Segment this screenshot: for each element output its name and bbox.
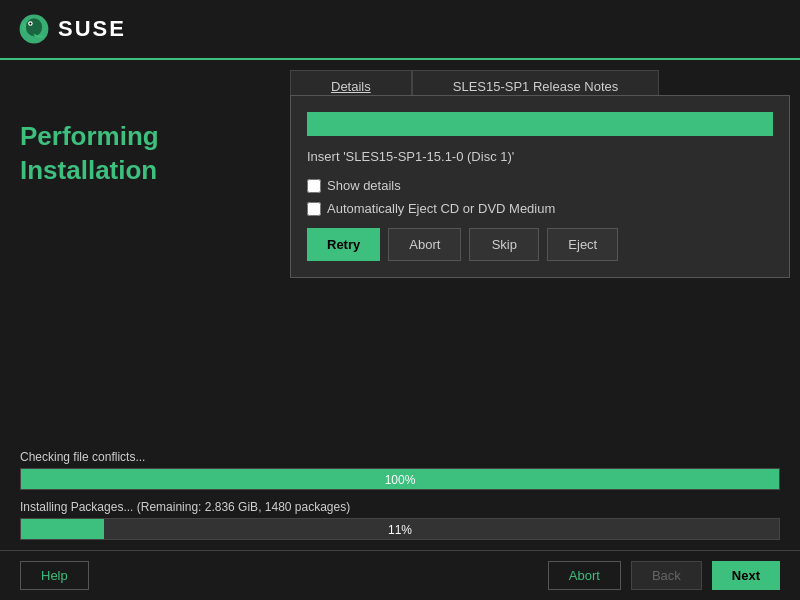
auto-eject-checkbox[interactable] <box>307 202 321 216</box>
footer-right: Abort Back Next <box>548 561 780 590</box>
suse-logo: SUSE <box>16 11 126 47</box>
suse-brand-label: SUSE <box>58 16 126 42</box>
abort-dialog-button[interactable]: Abort <box>388 228 461 261</box>
checking-progress-track: 100% <box>20 468 780 490</box>
show-details-checkbox[interactable] <box>307 179 321 193</box>
show-details-label: Show details <box>327 178 401 193</box>
next-button[interactable]: Next <box>712 561 780 590</box>
abort-button[interactable]: Abort <box>548 561 621 590</box>
svg-point-3 <box>29 23 31 25</box>
installing-progress-track: 11% <box>20 518 780 540</box>
skip-button[interactable]: Skip <box>469 228 539 261</box>
retry-button[interactable]: Retry <box>307 228 380 261</box>
bottom-progress-area: Checking file conflicts... 100% Installi… <box>0 450 800 550</box>
checking-label: Checking file conflicts... <box>20 450 780 464</box>
install-title: PerformingInstallation <box>20 120 159 188</box>
dialog-buttons: Retry Abort Skip Eject <box>307 228 773 261</box>
svg-point-1 <box>26 18 42 36</box>
back-button: Back <box>631 561 702 590</box>
eject-button[interactable]: Eject <box>547 228 618 261</box>
help-button[interactable]: Help <box>20 561 89 590</box>
installing-label: Installing Packages... (Remaining: 2.836… <box>20 500 780 514</box>
auto-eject-label: Automatically Eject CD or DVD Medium <box>327 201 555 216</box>
auto-eject-row: Automatically Eject CD or DVD Medium <box>307 201 773 216</box>
show-details-row: Show details <box>307 178 773 193</box>
suse-chameleon-icon <box>16 11 52 47</box>
insert-media-dialog: Insert 'SLES15-SP1-15.1-0 (Disc 1)' Show… <box>290 95 790 278</box>
checking-progress-text: 100% <box>21 469 779 490</box>
footer: Help Abort Back Next <box>0 550 800 600</box>
installing-progress-text: 11% <box>21 519 779 540</box>
footer-left: Help <box>20 561 89 590</box>
header: SUSE <box>0 0 800 60</box>
dialog-progress-bar <box>307 112 773 136</box>
dialog-insert-message: Insert 'SLES15-SP1-15.1-0 (Disc 1)' <box>307 148 773 166</box>
